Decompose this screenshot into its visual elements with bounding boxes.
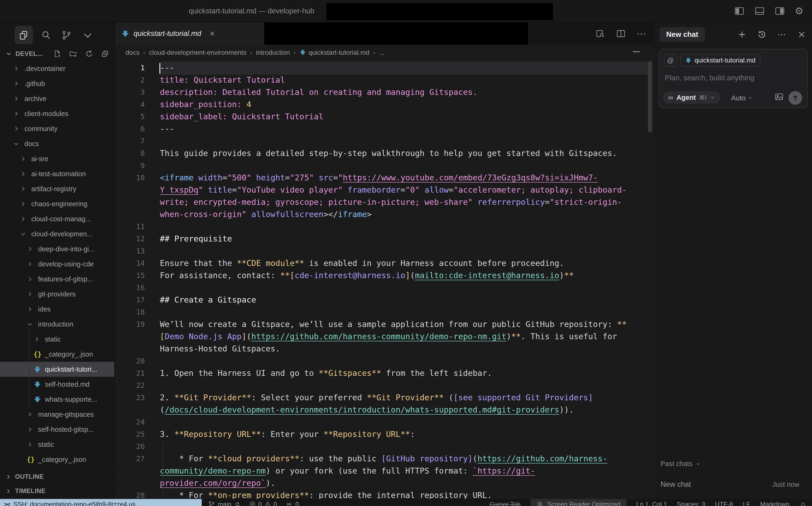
collapse-all-icon[interactable]	[101, 50, 109, 58]
breadcrumb-segment[interactable]: ...	[379, 49, 384, 56]
agent-mode-dropdown[interactable]: ∞ Agent ⌘I	[663, 91, 720, 104]
tree-item-manage-gitspaces[interactable]: manage-gitspaces	[0, 407, 114, 422]
tree-item-whats-supporte-[interactable]: whats-supporte...	[0, 392, 114, 407]
explorer-collapse-chevron-icon[interactable]	[5, 50, 12, 57]
source-control-icon[interactable]	[61, 30, 71, 40]
tree-item-static[interactable]: static	[0, 437, 114, 452]
tree-item--category-json[interactable]: {}_category_.json	[0, 452, 114, 467]
indentation-setting[interactable]: Spaces: 3	[677, 501, 705, 506]
problems-indicator[interactable]: 0 0	[249, 501, 277, 506]
tree-item-git-providers[interactable]: git-providers	[0, 286, 114, 302]
code-area[interactable]: 1---2title: Quickstart Tutorial3descript…	[115, 61, 654, 499]
search-icon[interactable]	[41, 30, 51, 40]
chat-input-placeholder[interactable]: Plan, search, build anything	[665, 74, 754, 82]
attach-image-icon[interactable]	[774, 92, 784, 101]
tree-item-artifact-registry[interactable]: artifact-registry	[0, 181, 114, 196]
code-line-18: 18	[115, 306, 654, 318]
line-number: 9	[115, 159, 145, 171]
chat-history-item[interactable]: New chat Just now	[655, 477, 812, 492]
refresh-icon[interactable]	[85, 50, 93, 58]
tree-item-self-hosted-md[interactable]: self-hosted.md	[0, 377, 114, 392]
branch-indicator[interactable]: main	[208, 501, 241, 506]
ports-indicator[interactable]: 0	[285, 500, 299, 506]
line-content	[160, 306, 636, 318]
chevron-right-icon	[13, 96, 22, 102]
tree-item-deep-dive-into-gi-[interactable]: deep-dive-into-gi...	[0, 242, 114, 257]
context-chip[interactable]: quickstart-tutorial.md	[680, 54, 760, 67]
model-dropdown[interactable]: Auto	[731, 94, 753, 102]
tree-item-archive[interactable]: archive	[0, 91, 114, 106]
tree-item-ides[interactable]: ides	[0, 302, 114, 317]
outline-section[interactable]: OUTLINE	[0, 470, 114, 484]
explorer-section-header[interactable]: DEVEL...	[0, 47, 114, 61]
new-chat-plus-icon[interactable]	[737, 30, 746, 39]
toggle-secondary-sidebar-icon[interactable]	[774, 6, 785, 16]
chat-more-icon[interactable]: ⋯	[778, 29, 787, 39]
tree-item-quickstart-tutori-[interactable]: quickstart-tutori...	[0, 362, 114, 377]
open-preview-icon[interactable]	[595, 29, 605, 38]
tree-item-ai-sre[interactable]: ai-sre	[0, 151, 114, 166]
tab-close-icon[interactable]	[209, 30, 216, 37]
cursor-position[interactable]: Ln 1, Col 1	[637, 501, 667, 506]
chevron-right-icon	[27, 306, 36, 312]
tab-label: quickstart-tutorial.md	[134, 29, 201, 38]
tree-item-static[interactable]: static	[0, 332, 114, 347]
tree-item-features-of-gitsp-[interactable]: features-of-gitsp...	[0, 271, 114, 286]
tree-item-chaos-engineering[interactable]: chaos-engineering	[0, 196, 114, 212]
tree-item-ai-test-automation[interactable]: ai-test-automation	[0, 166, 114, 181]
chat-tab-new-chat[interactable]: New chat	[660, 27, 705, 42]
code-line-22: 22	[115, 379, 654, 391]
chat-input-box[interactable]: @ quickstart-tutorial.md Plan, search, b…	[659, 49, 808, 108]
tree-item-cloud-cost-manag-[interactable]: cloud-cost-manag...	[0, 212, 114, 227]
tree-item--devcontainer[interactable]: .devcontainer	[0, 61, 114, 76]
explorer-files-icon[interactable]	[18, 30, 29, 40]
chat-close-icon[interactable]	[797, 30, 806, 39]
past-chats-dropdown[interactable]: Past chats	[661, 460, 701, 468]
add-context-button[interactable]: @	[664, 54, 677, 67]
tree-item-client-modules[interactable]: client-modules	[0, 106, 114, 121]
split-editor-icon[interactable]	[616, 29, 626, 38]
editor-scrollbar[interactable]	[648, 62, 652, 132]
tab-quickstart-tutorial[interactable]: quickstart-tutorial.md	[115, 22, 264, 45]
tree-item-community[interactable]: community	[0, 121, 114, 136]
send-button[interactable]	[789, 91, 802, 105]
line-number: 24	[115, 416, 145, 428]
toggle-panel-icon[interactable]	[754, 6, 765, 16]
settings-gear-icon[interactable]: ⚙	[795, 6, 804, 16]
breadcrumb-segment[interactable]: cloud-development-environments	[149, 49, 246, 56]
chat-history-icon[interactable]	[757, 30, 766, 39]
tree-item-develop-using-cde[interactable]: develop-using-cde	[0, 257, 114, 271]
eol-setting[interactable]: LF	[743, 501, 750, 506]
breadcrumb-segment[interactable]: quickstart-tutorial.md	[299, 49, 370, 56]
screen-reader-indicator[interactable]: Screen Reader Optimized	[530, 499, 626, 506]
tree-item--category-json[interactable]: {}_category_.json	[0, 347, 114, 362]
breadcrumb-overflow-dash[interactable]	[633, 51, 640, 52]
breadcrumb-segment[interactable]: docs	[126, 49, 139, 56]
new-folder-icon[interactable]	[69, 50, 77, 58]
breadcrumb-segment[interactable]: introduction	[256, 49, 290, 56]
code-line-12: 12## Prerequisite	[115, 233, 654, 245]
chevron-right-icon	[13, 111, 22, 117]
tree-item-self-hosted-gitsp-[interactable]: self-hosted-gitsp...	[0, 422, 114, 437]
tree-item-introduction[interactable]: introduction	[0, 317, 114, 332]
timeline-section[interactable]: TIMELINE	[0, 484, 114, 498]
cursor-tab-toggle[interactable]: Cursor Tab	[490, 501, 521, 506]
tree-item-docs[interactable]: docs	[0, 136, 114, 151]
more-views-chevron-icon[interactable]	[83, 32, 93, 39]
language-mode[interactable]: Markdown	[760, 501, 790, 506]
tree-item--github[interactable]: .github	[0, 76, 114, 91]
code-line-1: 1---	[115, 62, 654, 74]
encoding-setting[interactable]: UTF-8	[715, 501, 733, 506]
new-file-icon[interactable]	[53, 50, 61, 58]
remote-indicator[interactable]: >< SSH: documentation-repo-e5ifp9-8rzze4…	[0, 499, 202, 506]
tree-item-label: self-hosted-gitsp...	[38, 426, 94, 433]
more-actions-icon[interactable]: ⋯	[637, 28, 647, 39]
tree-item-label: static	[45, 335, 61, 343]
code-line-16: 16	[115, 281, 654, 293]
line-number: 2	[115, 74, 145, 86]
toggle-sidebar-icon[interactable]	[734, 6, 745, 16]
tree-item-cloud-developmen-[interactable]: cloud-developmen...	[0, 227, 114, 242]
notifications-bell-icon[interactable]	[799, 501, 807, 506]
tree-item-label: manage-gitspaces	[38, 411, 94, 418]
tab-bar: quickstart-tutorial.md ⋯	[115, 22, 654, 45]
